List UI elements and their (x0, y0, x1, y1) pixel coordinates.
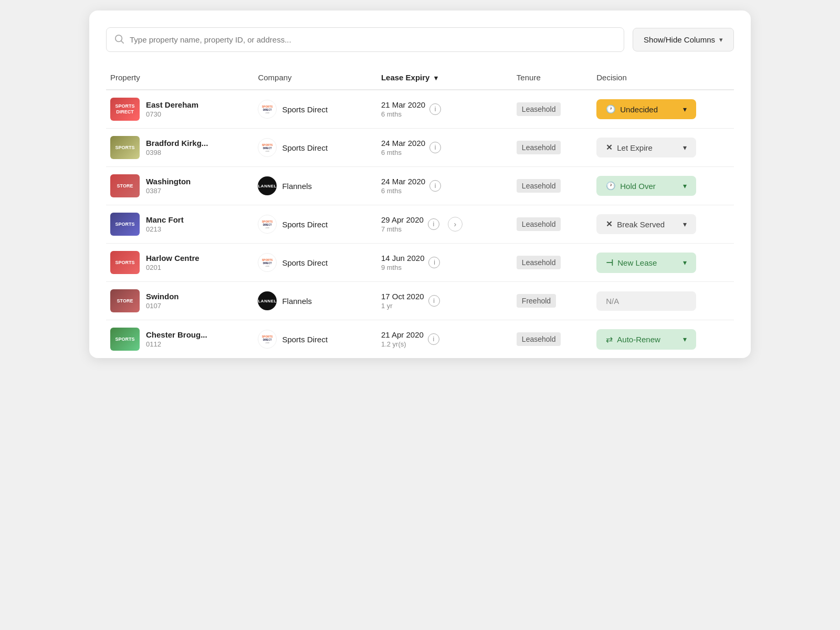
table-body: SPORTS DIRECT East Dereham 0730 SPORTS D… (106, 90, 734, 358)
col-header-lease-expiry[interactable]: Lease Expiry ▾ (377, 67, 512, 90)
company-name: Flannels (282, 182, 312, 191)
col-header-tenure: Tenure (512, 67, 592, 90)
lease-date: 29 Apr 2020 (381, 215, 424, 224)
decision-chevron-icon: ▾ (683, 220, 687, 228)
flannels-logo-text: FLANNELS (258, 184, 277, 188)
lease-date: 17 Oct 2020 (381, 292, 424, 301)
company-cell-3: SPORTS DIRECT .com Sports Direct (254, 205, 377, 244)
decision-icon: ✕ (606, 143, 613, 152)
search-wrap (106, 27, 624, 52)
property-id: 0201 (146, 264, 200, 271)
chevron-down-icon: ▾ (719, 36, 723, 44)
svg-text:SPORTS: SPORTS (262, 220, 273, 223)
tenure-cell-4: Leasehold (512, 244, 592, 282)
lease-date: 14 Jun 2020 (381, 254, 425, 262)
decision-chevron-icon: ▾ (683, 258, 687, 267)
decision-chevron-icon: ▾ (683, 182, 687, 190)
tenure-cell-0: Leasehold (512, 90, 592, 129)
info-icon[interactable]: i (428, 333, 439, 345)
property-thumbnail: SPORTS (110, 136, 140, 159)
decision-cell-6: ⇄Auto-Renew▾ (592, 320, 734, 359)
decision-label: Break Served (617, 220, 679, 229)
info-icon[interactable]: i (429, 180, 441, 192)
property-name: Bradford Kirkg... (146, 139, 208, 148)
company-name: Sports Direct (282, 258, 328, 267)
info-icon[interactable]: i (428, 257, 440, 268)
lease-date: 24 Mar 2020 (381, 139, 425, 148)
property-info: Harlow Centre 0201 (146, 254, 200, 271)
store-icon: SPORTS (110, 251, 140, 274)
property-cell-4: SPORTS Harlow Centre 0201 (106, 244, 254, 282)
svg-text:SPORTS: SPORTS (262, 258, 273, 261)
top-bar: Show/Hide Columns ▾ (106, 27, 734, 52)
svg-text:SPORTS: SPORTS (262, 143, 273, 146)
tenure-cell-3: Leasehold (512, 205, 592, 244)
company-logo: SPORTS DIRECT .com (258, 330, 277, 349)
company-logo: FLANNELS (258, 291, 277, 310)
info-icon[interactable]: i (428, 295, 440, 307)
property-name: Harlow Centre (146, 254, 200, 262)
company-cell-4: SPORTS DIRECT .com Sports Direct (254, 244, 377, 282)
expand-arrow-icon[interactable]: › (448, 217, 463, 232)
tenure-cell-1: Leasehold (512, 129, 592, 167)
lease-sub: 1 yr (381, 302, 424, 310)
info-icon[interactable]: i (429, 103, 441, 115)
decision-button[interactable]: 🕐Undecided▾ (596, 99, 696, 119)
company-logo: FLANNELS (258, 176, 277, 195)
company-cell-2: FLANNELS Flannels (254, 167, 377, 205)
svg-text:.com: .com (265, 342, 269, 344)
decision-button[interactable]: N/A (596, 291, 696, 311)
company-logo: SPORTS DIRECT .com (258, 215, 277, 234)
store-icon: SPORTS DIRECT (110, 98, 140, 121)
decision-chevron-icon: ▾ (683, 335, 687, 343)
lease-date-wrap: 21 Mar 2020 6 mths (381, 100, 425, 118)
lease-sub: 6 mths (381, 149, 425, 156)
search-input[interactable] (106, 27, 624, 52)
svg-text:DIRECT: DIRECT (263, 339, 272, 341)
tenure-badge: Freehold (517, 294, 556, 308)
decision-button[interactable]: ⇄Auto-Renew▾ (596, 329, 696, 350)
property-name: Chester Broug... (146, 330, 207, 339)
lease-sub: 7 mths (381, 225, 424, 233)
lease-cell-0: 21 Mar 2020 6 mths i (377, 90, 512, 129)
decision-icon: 🕐 (606, 181, 616, 191)
show-hide-columns-button[interactable]: Show/Hide Columns ▾ (633, 28, 734, 51)
decision-icon: ⇄ (606, 334, 613, 344)
decision-label: Let Expire (617, 143, 679, 152)
property-name: Swindon (146, 292, 179, 301)
lease-date: 21 Mar 2020 (381, 100, 425, 109)
info-icon[interactable]: i (429, 142, 441, 153)
tenure-badge: Leasehold (517, 256, 561, 269)
company-name: Sports Direct (282, 143, 328, 152)
decision-button[interactable]: 🕐Hold Over▾ (596, 176, 696, 196)
property-info: Washington 0387 (146, 177, 191, 195)
lease-cell-1: 24 Mar 2020 6 mths i (377, 129, 512, 167)
property-id: 0730 (146, 110, 198, 118)
decision-button[interactable]: ✕Let Expire▾ (596, 138, 696, 158)
info-icon[interactable]: i (428, 218, 439, 230)
company-name: Sports Direct (282, 335, 328, 344)
decision-chevron-icon: ▾ (683, 105, 687, 113)
table-row: SPORTS DIRECT East Dereham 0730 SPORTS D… (106, 90, 734, 129)
svg-text:DIRECT: DIRECT (263, 262, 272, 265)
lease-date-wrap: 21 Apr 2020 1.2 yr(s) (381, 330, 424, 348)
lease-sub: 6 mths (381, 187, 425, 195)
decision-button[interactable]: ✕Break Served▾ (596, 214, 696, 234)
decision-button[interactable]: ⊣New Lease▾ (596, 253, 696, 273)
tenure-cell-5: Freehold (512, 282, 592, 320)
main-container: Show/Hide Columns ▾ Property Company Lea… (89, 10, 751, 358)
property-id: 0107 (146, 302, 179, 310)
property-cell-1: SPORTS Bradford Kirkg... 0398 (106, 129, 254, 167)
tenure-badge: Leasehold (517, 102, 561, 116)
decision-label: Auto-Renew (617, 335, 679, 344)
property-cell-6: SPORTS Chester Broug... 0112 (106, 320, 254, 359)
property-thumbnail: STORE (110, 289, 140, 312)
property-id: 0398 (146, 149, 208, 156)
col-header-company: Company (254, 67, 377, 90)
sort-arrow-icon: ▾ (434, 74, 438, 82)
lease-sub: 6 mths (381, 110, 425, 118)
lease-date-wrap: 17 Oct 2020 1 yr (381, 292, 424, 310)
col-header-property: Property (106, 67, 254, 90)
lease-sub: 9 mths (381, 264, 425, 271)
company-cell-1: SPORTS DIRECT .com Sports Direct (254, 129, 377, 167)
